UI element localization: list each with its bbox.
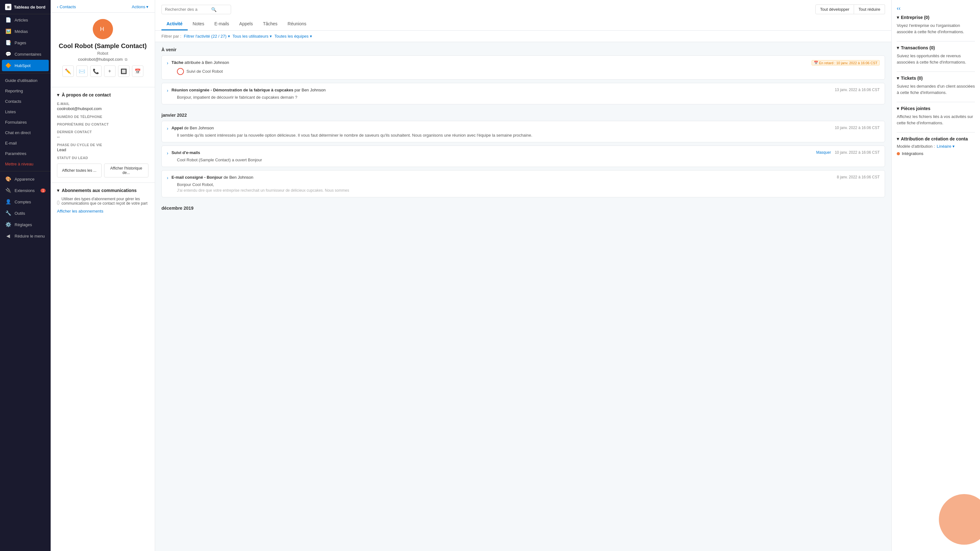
email-track-title: Suivi d'e-mails (172, 150, 200, 155)
transactions-section-header[interactable]: ▾ Transactions (0) (897, 45, 975, 50)
sidebar-item-extensions[interactable]: 🔌 Extensions 1 (0, 185, 51, 196)
sidebar-item-email[interactable]: E-mail (0, 138, 51, 148)
edit-button[interactable]: ✏️ (62, 65, 74, 77)
sidebar-item-apparence[interactable]: 🎨 Apparence (0, 173, 51, 185)
filter-users-button[interactable]: Tous les utilisateurs ▾ (233, 34, 272, 38)
calendar-button[interactable]: 📅 (132, 65, 143, 77)
email-track-time-label: 10 janv. 2022 à 16:06 CST (835, 150, 880, 155)
filter-teams-button[interactable]: Toutes les équipes ▾ (274, 34, 312, 38)
tab-notes[interactable]: Notes (188, 18, 210, 30)
about-section-header[interactable]: ▾ À propos de ce contact (57, 92, 148, 97)
sidebar-guide-label: Guide d'utilisation (5, 78, 37, 83)
right-panel: ‹‹ ▾ Entreprise (0) Voyez l'entreprise o… (891, 0, 980, 551)
email-button[interactable]: ✉️ (76, 65, 88, 77)
email-track-left: › Suivi d'e-mails (167, 150, 200, 156)
sidebar-item-pages[interactable]: 📑 Pages (0, 37, 51, 48)
tab-reunions[interactable]: Réunions (283, 18, 312, 30)
email-log-title-body: de Ben Johnson (223, 175, 253, 179)
actions-label: Actions (132, 5, 145, 9)
sidebar-item-medias[interactable]: 🖼️ Médias (0, 25, 51, 37)
sidebar-item-hubspot[interactable]: 🔶 HubSpot (2, 60, 49, 71)
search-icon: 🔍 (211, 7, 216, 12)
tickets-title: Tickets (0) (901, 76, 923, 81)
contact-info: H Cool Robot (Sample Contact) Robot cool… (51, 13, 155, 87)
search-input[interactable] (165, 7, 209, 12)
about-section: ▾ À propos de ce contact E-mail coolrobo… (51, 87, 155, 183)
right-panel-collapse-icon[interactable]: ‹‹ (897, 5, 900, 12)
sidebar-dashboard-item[interactable]: ⊞ Tableau de bord (0, 0, 51, 14)
meeting-card-left: › Réunion consignée - Démonstration de l… (167, 87, 326, 93)
collapse-all-button[interactable]: Tout réduire (854, 5, 885, 14)
svg-text:H: H (100, 26, 104, 32)
copy-email-icon[interactable]: ⧉ (125, 57, 127, 62)
tab-emails[interactable]: E-mails (209, 18, 234, 30)
medias-icon: 🖼️ (5, 29, 11, 34)
filter-teams-label: Toutes les équipes (274, 34, 309, 38)
sidebar-item-chat[interactable]: Chat en direct (0, 127, 51, 138)
entreprise-section: ▾ Entreprise (0) Voyez l'entreprise ou l… (897, 15, 975, 35)
call-card-left: › Appel de Ben Johnson (167, 125, 214, 131)
activity-filter-row: Filtrer par : Filtrer l'activité (22 / 2… (155, 31, 891, 42)
back-to-contacts[interactable]: ‹ Contacts (57, 5, 76, 9)
sidebar-item-listes[interactable]: Listes (0, 106, 51, 117)
sidebar-item-reduce[interactable]: ◀ Réduire le menu (0, 230, 51, 241)
meeting-expand-icon[interactable]: › (167, 88, 169, 93)
subscriptions-header[interactable]: ▾ Abonnements aux communications (57, 188, 148, 193)
lifecycle-value: Lead (57, 148, 148, 152)
email-log-time: 8 janv. 2022 à 16:06 CST (837, 175, 880, 179)
task-expand-icon[interactable]: › (167, 60, 169, 65)
dashboard-icon: ⊞ (5, 4, 11, 10)
contact-actions-button[interactable]: Actions ▾ (132, 5, 148, 9)
attribution-section-header[interactable]: ▾ Attribution de création de conta (897, 137, 975, 141)
filter-activity-chevron-icon: ▾ (228, 34, 230, 38)
sidebar-item-comptes[interactable]: 👤 Comptes (0, 196, 51, 208)
tickets-section-header[interactable]: ▾ Tickets (0) (897, 76, 975, 81)
section-decembre-2019: décembre 2019 (161, 200, 885, 214)
entreprise-section-header[interactable]: ▾ Entreprise (0) (897, 15, 975, 20)
sidebar-item-outils[interactable]: 🔧 Outils (0, 208, 51, 219)
apparence-icon: 🎨 (5, 176, 11, 182)
sidebar-reduce-label: Réduire le menu (14, 234, 45, 238)
section-janvier-2022: janvier 2022 (161, 108, 885, 121)
tab-activite[interactable]: Activité (161, 18, 188, 30)
sidebar-item-formulaires[interactable]: Formulaires (0, 117, 51, 127)
add-button[interactable]: + (104, 65, 116, 77)
subscriptions-toggle: Utiliser des types d'abonnement pour gér… (57, 197, 148, 209)
subscriptions-link[interactable]: Afficher les abonnements (57, 209, 148, 213)
meeting-card-title: Réunion consignée - Démonstration de la … (172, 87, 326, 92)
attribution-value[interactable]: Linéaire ▾ (937, 144, 955, 149)
email-track-expand-icon[interactable]: › (167, 151, 169, 156)
sidebar-item-reporting[interactable]: Reporting (0, 86, 51, 96)
sidebar-reglages-label: Réglages (14, 222, 32, 227)
integrations-label: Intégrations (902, 151, 923, 156)
email-log-expand-icon[interactable]: › (167, 175, 169, 180)
filter-teams-chevron-icon: ▾ (310, 34, 312, 38)
sidebar-item-commentaires[interactable]: 💬 Commentaires (0, 48, 51, 60)
call-card-title: Appel de Ben Johnson (172, 125, 214, 130)
sidebar-item-parametres[interactable]: Paramètres (0, 148, 51, 159)
view-button[interactable]: 🔲 (118, 65, 129, 77)
lifecycle-field-container: Phase du cycle de vie Lead (57, 143, 148, 152)
tab-taches[interactable]: Tâches (258, 18, 283, 30)
entreprise-header-left: ▾ Entreprise (0) (897, 15, 929, 20)
sidebar-item-upgrade[interactable]: Mettre à niveau (0, 159, 51, 169)
sidebar-item-guide[interactable]: Guide d'utilisation (0, 75, 51, 86)
filter-activity-button[interactable]: Filtrer l'activité (22 / 27) ▾ (184, 34, 230, 38)
show-history-button[interactable]: Afficher l'historique de... (104, 164, 149, 178)
lifecycle-label: Phase du cycle de vie (57, 143, 148, 147)
show-all-button[interactable]: Afficher toutes les ... (57, 164, 102, 178)
sidebar-item-reglages[interactable]: ⚙️ Réglages (0, 219, 51, 230)
sidebar-item-contacts[interactable]: Contacts (0, 96, 51, 106)
call-button[interactable]: 📞 (90, 65, 102, 77)
expand-all-button[interactable]: Tout développer (815, 5, 854, 14)
activity-search-box[interactable]: 🔍 (161, 5, 231, 14)
email-track-header: › Suivi d'e-mails Masquer 10 janv. 2022 … (167, 150, 880, 156)
sidebar-extensions-label: Extensions (14, 188, 35, 193)
call-expand-icon[interactable]: › (167, 126, 169, 131)
pieces-section-header[interactable]: ▾ Pièces jointes (897, 106, 975, 111)
tab-appels[interactable]: Appels (234, 18, 258, 30)
sidebar-item-articles[interactable]: 📄 Articles (0, 14, 51, 25)
hide-button[interactable]: Masquer (816, 150, 831, 155)
transactions-header-left: ▾ Transactions (0) (897, 45, 935, 50)
tickets-header-left: ▾ Tickets (0) (897, 76, 923, 81)
